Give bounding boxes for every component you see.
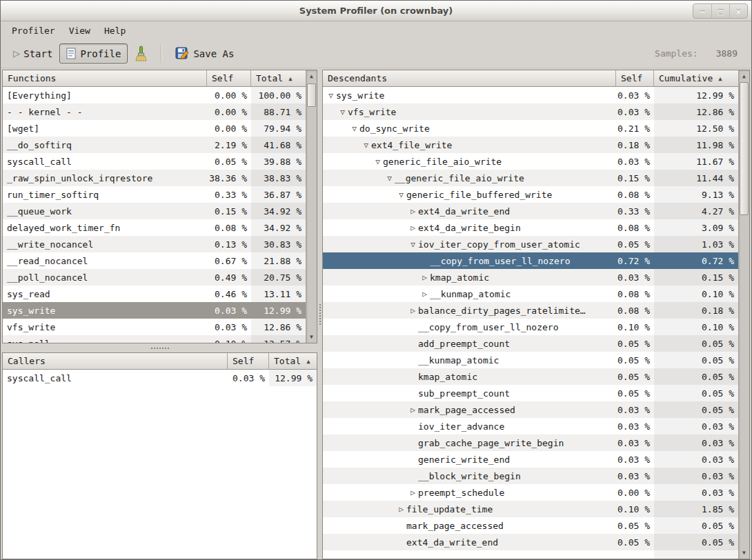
functions-table-row[interactable]: [Everything]0.00 %100.00 % [3,87,306,103]
self-value: 0.10 % [616,501,654,517]
functions-table-row[interactable]: sys_write0.03 %12.99 % [3,302,306,319]
descendants-tree-row[interactable]: add_preempt_count0.05 %0.05 % [323,335,738,352]
maximize-icon[interactable]: □ [711,4,729,18]
horizontal-splitter-handle[interactable] [2,343,317,352]
expander-open-icon[interactable]: ▽ [396,190,406,199]
expander-closed-icon[interactable]: ▷ [408,488,418,497]
functions-table-row[interactable]: _raw_spin_unlock_irqrestore38.36 %38.83 … [3,170,306,186]
descendants-tree-row[interactable]: ▷balance_dirty_pages_ratelimite…0.08 %0.… [323,302,738,319]
functions-table-row[interactable]: delayed_work_timer_fn0.08 %34.92 % [3,219,306,236]
total-column-label: Total [274,356,301,366]
vertical-splitter-handle[interactable] [317,70,322,559]
descendants-tree-row[interactable]: ▷ext4_da_write_begin0.08 %3.09 % [323,219,738,236]
scroll-up-icon[interactable]: ▲ [306,71,317,81]
function-name: __copy_from_user_ll_nozero [323,252,616,269]
descendants-tree-row[interactable]: kmap_atomic0.05 %0.05 % [323,368,738,385]
descendants-tree-row[interactable]: ▽do_sync_write0.21 %12.50 % [323,120,738,137]
expander-closed-icon[interactable]: ▷ [408,223,418,232]
descendants-tree-row[interactable]: ▽iov_iter_copy_from_user_atomic0.05 %1.0… [323,236,738,252]
title-bar[interactable]: System Profiler (on crownbay) ‒ □ × [1,1,751,21]
callers-column-header[interactable]: Callers [3,353,228,370]
functions-table-row[interactable]: vfs_write0.03 %12.86 % [3,319,306,335]
descendants-tree-row[interactable]: ▽vfs_write0.03 %12.86 % [323,103,738,120]
descendants-tree-row[interactable]: __copy_from_user_ll_nozero0.72 %0.72 % [323,252,738,269]
total-column-header[interactable]: Total ▲ [251,70,306,87]
menu-view[interactable]: View [62,23,97,38]
descendants-tree-row[interactable]: ▷mark_page_accessed0.03 %0.05 % [323,401,738,418]
descendants-tree-row[interactable]: ▽generic_file_buffered_write0.08 %9.13 % [323,186,738,203]
self-value: 0.00 % [616,484,654,501]
self-column-header[interactable]: Self [207,70,251,87]
functions-scrollbar[interactable]: ▲ ▼ [306,70,317,343]
expander-open-icon[interactable]: ▽ [373,157,383,166]
expander-closed-icon[interactable]: ▷ [408,406,418,414]
descendants-tree-row[interactable]: grab_cache_page_write_begin0.03 %0.03 % [323,434,738,451]
start-button[interactable]: ▷ Start [6,43,59,63]
functions-table-row[interactable]: sys_poll0.10 %12.57 % [3,335,306,343]
functions-table-row[interactable]: __write_nocancel0.13 %30.83 % [3,236,306,252]
descendants-tree-row[interactable] [323,550,738,559]
expander-open-icon[interactable]: ▽ [349,124,359,133]
callers-header: Callers Self Total ▲ [3,353,317,370]
expander-closed-icon[interactable]: ▷ [419,273,430,282]
descendants-tree-row[interactable]: ▷file_update_time0.10 %1.85 % [323,501,738,517]
functions-table-row[interactable]: sys_read0.46 %13.11 % [3,286,306,302]
expander-open-icon[interactable]: ▽ [384,174,395,183]
descendants-column-header[interactable]: Descendants [323,70,616,87]
functions-table-row[interactable]: [wget]0.00 %79.94 % [3,120,306,137]
expander-closed-icon[interactable]: ▷ [419,290,430,299]
save-as-icon [175,47,190,61]
functions-table-row[interactable]: run_timer_softirq0.33 %36.87 % [3,186,306,203]
functions-table-row[interactable]: __do_softirq2.19 %41.68 % [3,137,306,153]
descendants-tree-row[interactable]: sub_preempt_count0.05 %0.05 % [323,385,738,401]
menu-profiler[interactable]: Profiler [5,23,62,38]
expander-open-icon[interactable]: ▽ [337,108,348,117]
close-icon[interactable]: × [729,4,747,18]
expander-closed-icon[interactable]: ▷ [408,207,418,216]
total-column-header[interactable]: Total ▲ [269,353,317,370]
descendants-tree-row[interactable]: ▷preempt_schedule0.00 %0.03 % [323,484,738,501]
expander-open-icon[interactable]: ▽ [326,91,336,100]
scroll-down-icon[interactable]: ▼ [306,332,317,342]
save-as-button[interactable]: Save As [168,43,241,65]
functions-table-row[interactable]: __read_nocancel0.67 %21.88 % [3,252,306,269]
self-value: 0.03 % [207,302,251,319]
functions-table-row[interactable]: - - kernel - -0.00 %88.71 % [3,103,306,120]
scroll-up-icon[interactable]: ▲ [739,71,749,81]
descendants-tree-row[interactable]: mark_page_accessed0.05 %0.05 % [323,517,738,534]
expander-closed-icon[interactable]: ▷ [408,306,418,315]
self-value: 0.10 % [207,335,251,343]
expander-open-icon[interactable]: ▽ [408,240,418,249]
callers-table-row[interactable]: syscall_call0.03 %12.99 % [3,370,317,386]
descendants-tree-row[interactable]: iov_iter_advance0.03 %0.03 % [323,418,738,434]
descendants-scrollbar[interactable]: ▲ ▼ [738,70,749,559]
descendants-tree-row[interactable]: generic_write_end0.03 %0.03 % [323,451,738,468]
descendants-tree-row[interactable]: ▷kmap_atomic0.03 %0.15 % [323,269,738,286]
profile-button[interactable]: Profile [59,43,128,63]
cumulative-column-header[interactable]: Cumulative ▲ [654,70,738,87]
functions-table-row[interactable]: __poll_nocancel0.49 %20.75 % [3,269,306,286]
functions-column-header[interactable]: Functions [3,70,207,87]
descendants-scrollbar-thumb[interactable] [740,82,749,215]
menu-help[interactable]: Help [97,23,132,38]
descendants-tree-row[interactable]: ▷__kunmap_atomic0.08 %0.10 % [323,286,738,302]
descendants-tree-row[interactable]: __kunmap_atomic0.05 %0.05 % [323,352,738,368]
descendants-tree-row[interactable]: __block_write_begin0.03 %0.03 % [323,468,738,484]
descendants-tree-row[interactable]: ext4_da_write_end0.05 %0.05 % [323,534,738,550]
descendants-tree-row[interactable]: ▽ext4_file_write0.18 %11.98 % [323,137,738,153]
descendants-tree-row[interactable]: ▷ext4_da_write_end0.33 %4.27 % [323,203,738,219]
reset-button[interactable] [128,41,155,66]
descendants-tree-row[interactable]: ▽__generic_file_aio_write0.15 %11.44 % [323,170,738,186]
functions-table-row[interactable]: syscall_call0.05 %39.88 % [3,153,306,170]
descendants-tree-row[interactable]: ▽sys_write0.03 %12.99 % [323,87,738,103]
functions-scrollbar-thumb[interactable] [307,83,316,107]
functions-table-row[interactable]: __queue_work0.15 %34.92 % [3,203,306,219]
self-column-header[interactable]: Self [228,353,269,370]
self-column-header[interactable]: Self [616,70,654,87]
minimize-icon[interactable]: ‒ [693,4,711,18]
scroll-down-icon[interactable]: ▼ [739,548,749,558]
descendants-tree-row[interactable]: ▽generic_file_aio_write0.03 %11.67 % [323,153,738,170]
descendants-tree-row[interactable]: __copy_from_user_ll_nozero0.10 %0.10 % [323,319,738,335]
expander-closed-icon[interactable]: ▷ [396,505,406,514]
expander-open-icon[interactable]: ▽ [361,141,371,150]
